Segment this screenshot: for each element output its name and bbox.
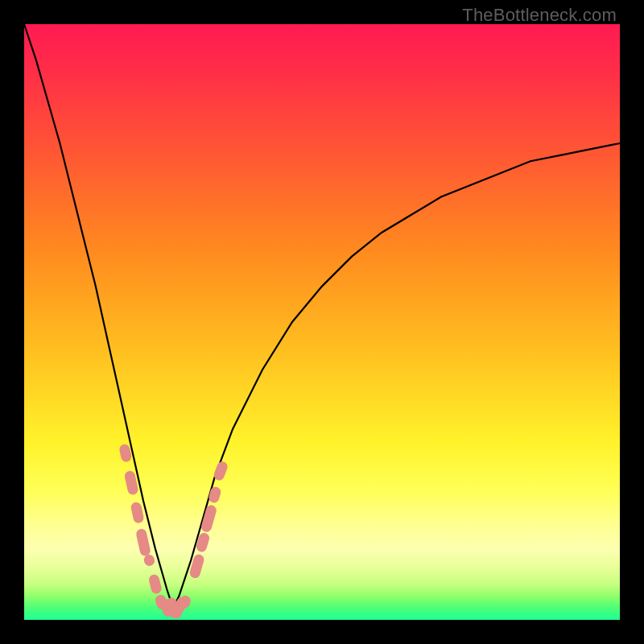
curve-marker bbox=[130, 502, 144, 524]
bottleneck-curve bbox=[24, 24, 620, 608]
plot-area bbox=[24, 24, 620, 620]
curve-marker bbox=[148, 573, 163, 594]
curve-layer bbox=[24, 24, 620, 620]
chart-frame: TheBottleneck.com bbox=[0, 0, 644, 644]
curve-marker bbox=[208, 485, 222, 504]
curve-marker bbox=[135, 528, 151, 557]
marker-group bbox=[118, 444, 229, 621]
watermark-text: TheBottleneck.com bbox=[462, 5, 617, 26]
